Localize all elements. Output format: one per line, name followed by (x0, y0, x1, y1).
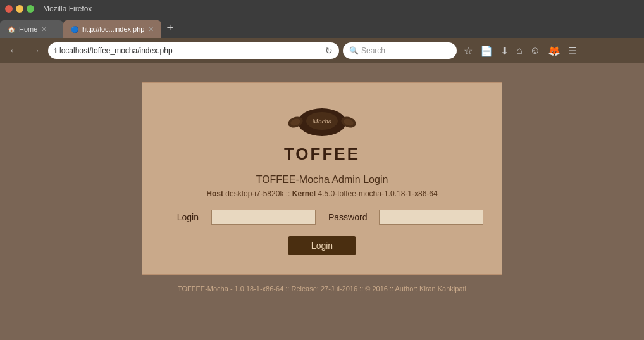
tab-home[interactable]: 🏠 Home ✕ (0, 20, 63, 38)
footer: TOFFEE-Mocha - 1.0.18-1-x86-64 :: Releas… (178, 285, 466, 293)
search-icon: 🔍 (349, 46, 359, 55)
back-button[interactable]: ← (5, 42, 23, 59)
bookmark-icon[interactable]: ☆ (461, 42, 476, 60)
window-controls (5, 5, 34, 13)
refresh-icon[interactable]: ↻ (325, 46, 333, 56)
tab-home-favicon: 🏠 (8, 26, 15, 33)
browser-chrome: Mozilla Firefox 🏠 Home ✕ 🔵 http://loc...… (0, 0, 644, 63)
close-icon[interactable] (5, 5, 13, 13)
svg-text:Mocha: Mocha (312, 117, 332, 125)
toffee-logo: Mocha (284, 102, 360, 143)
login-label: Login (161, 212, 199, 222)
smiley-icon[interactable]: ☺ (527, 42, 543, 59)
logo-area: Mocha TOFFEE (284, 102, 360, 164)
menu-icon[interactable]: ☰ (565, 42, 580, 60)
tab-home-close[interactable]: ✕ (41, 25, 47, 34)
login-form-row: Login Password (168, 210, 476, 225)
tab-active-label: http://loc...index.php (82, 25, 144, 33)
browser-title: Mozilla Firefox (43, 4, 92, 13)
password-input[interactable] (379, 210, 483, 225)
nav-bar: ← → ℹ localhost/toffee_mocha/index.php ↻… (0, 38, 644, 63)
login-button[interactable]: Login (288, 236, 356, 255)
tab-home-label: Home (19, 25, 37, 33)
search-bar[interactable]: 🔍 Search (343, 42, 457, 59)
tab-active-favicon: 🔵 (71, 26, 78, 33)
tab-bar: 🏠 Home ✕ 🔵 http://loc...index.php ✕ + (0, 18, 644, 38)
kernel-label: Kernel (292, 189, 316, 198)
tab-active-close[interactable]: ✕ (148, 25, 154, 34)
url-text: localhost/toffee_mocha/index.php (59, 46, 173, 55)
firefox-icon[interactable]: 🦊 (545, 42, 564, 60)
admin-title: TOFFEE-Mocha Admin Login (256, 174, 388, 186)
host-info: Host desktop-i7-5820k :: Kernel 4.5.0-to… (206, 189, 437, 198)
kernel-value: 4.5.0-toffee-mocha-1.0.18-1-x86-64 (318, 189, 437, 198)
lock-icon: ℹ (54, 47, 57, 55)
minimize-icon[interactable] (16, 5, 23, 13)
tab-active[interactable]: 🔵 http://loc...index.php ✕ (63, 20, 161, 38)
new-tab-button[interactable]: + (161, 22, 178, 35)
download-icon[interactable]: ⬇ (497, 42, 512, 60)
host-value: desktop-i7-5820k (225, 189, 283, 198)
reader-icon[interactable]: 📄 (477, 42, 496, 60)
host-label: Host (206, 189, 223, 198)
search-placeholder: Search (361, 46, 385, 55)
login-input[interactable] (211, 210, 316, 225)
brand-name: TOFFEE (284, 144, 360, 164)
forward-button[interactable]: → (27, 42, 44, 59)
maximize-icon[interactable] (27, 5, 34, 13)
password-label: Password (328, 212, 366, 222)
login-card: Mocha TOFFEE TOFFEE-Mocha Admin Login Ho… (142, 82, 502, 275)
title-bar: Mozilla Firefox (0, 0, 644, 18)
home-icon[interactable]: ⌂ (513, 42, 526, 59)
url-bar[interactable]: ℹ localhost/toffee_mocha/index.php ↻ (48, 42, 339, 59)
page-content: Mocha TOFFEE TOFFEE-Mocha Admin Login Ho… (0, 63, 644, 340)
nav-icons: ☆ 📄 ⬇ ⌂ ☺ 🦊 ☰ (461, 42, 580, 60)
